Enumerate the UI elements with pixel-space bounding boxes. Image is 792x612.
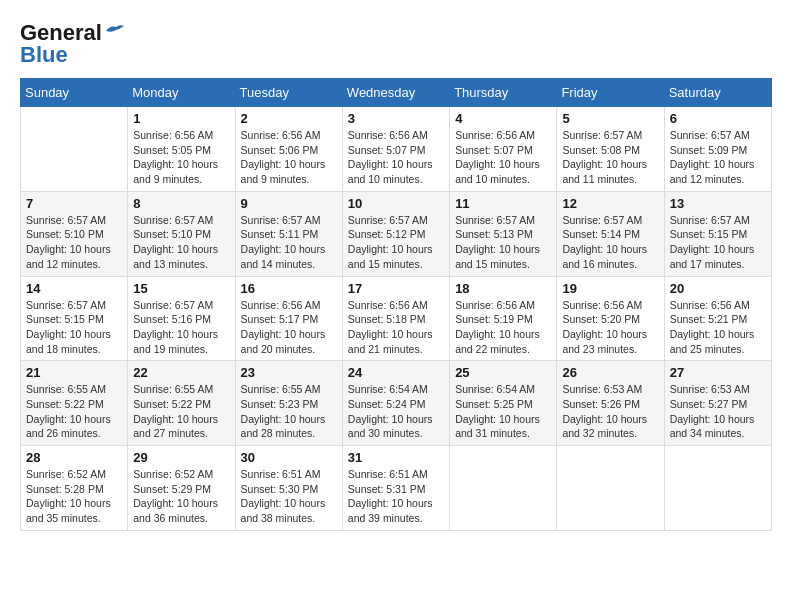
day-number: 16 [241, 281, 337, 296]
calendar-cell: 11Sunrise: 6:57 AM Sunset: 5:13 PM Dayli… [450, 191, 557, 276]
day-number: 19 [562, 281, 658, 296]
day-info: Sunrise: 6:56 AM Sunset: 5:19 PM Dayligh… [455, 298, 551, 357]
day-number: 4 [455, 111, 551, 126]
calendar-cell: 18Sunrise: 6:56 AM Sunset: 5:19 PM Dayli… [450, 276, 557, 361]
weekday-header-row: SundayMondayTuesdayWednesdayThursdayFrid… [21, 79, 772, 107]
day-number: 7 [26, 196, 122, 211]
calendar-cell: 24Sunrise: 6:54 AM Sunset: 5:24 PM Dayli… [342, 361, 449, 446]
day-number: 18 [455, 281, 551, 296]
day-info: Sunrise: 6:52 AM Sunset: 5:29 PM Dayligh… [133, 467, 229, 526]
day-number: 17 [348, 281, 444, 296]
day-info: Sunrise: 6:53 AM Sunset: 5:27 PM Dayligh… [670, 382, 766, 441]
calendar-cell [557, 446, 664, 531]
day-number: 10 [348, 196, 444, 211]
weekday-header-thursday: Thursday [450, 79, 557, 107]
day-number: 6 [670, 111, 766, 126]
calendar-cell: 26Sunrise: 6:53 AM Sunset: 5:26 PM Dayli… [557, 361, 664, 446]
day-info: Sunrise: 6:52 AM Sunset: 5:28 PM Dayligh… [26, 467, 122, 526]
day-number: 1 [133, 111, 229, 126]
calendar-cell: 15Sunrise: 6:57 AM Sunset: 5:16 PM Dayli… [128, 276, 235, 361]
calendar-cell: 2Sunrise: 6:56 AM Sunset: 5:06 PM Daylig… [235, 107, 342, 192]
calendar-week-row: 21Sunrise: 6:55 AM Sunset: 5:22 PM Dayli… [21, 361, 772, 446]
calendar-cell: 10Sunrise: 6:57 AM Sunset: 5:12 PM Dayli… [342, 191, 449, 276]
day-number: 22 [133, 365, 229, 380]
calendar-cell: 6Sunrise: 6:57 AM Sunset: 5:09 PM Daylig… [664, 107, 771, 192]
calendar-cell: 31Sunrise: 6:51 AM Sunset: 5:31 PM Dayli… [342, 446, 449, 531]
day-info: Sunrise: 6:57 AM Sunset: 5:16 PM Dayligh… [133, 298, 229, 357]
calendar-cell: 16Sunrise: 6:56 AM Sunset: 5:17 PM Dayli… [235, 276, 342, 361]
day-info: Sunrise: 6:53 AM Sunset: 5:26 PM Dayligh… [562, 382, 658, 441]
calendar-cell: 25Sunrise: 6:54 AM Sunset: 5:25 PM Dayli… [450, 361, 557, 446]
weekday-header-friday: Friday [557, 79, 664, 107]
calendar-cell: 29Sunrise: 6:52 AM Sunset: 5:29 PM Dayli… [128, 446, 235, 531]
day-info: Sunrise: 6:57 AM Sunset: 5:12 PM Dayligh… [348, 213, 444, 272]
weekday-header-monday: Monday [128, 79, 235, 107]
day-number: 24 [348, 365, 444, 380]
day-number: 27 [670, 365, 766, 380]
day-number: 9 [241, 196, 337, 211]
calendar-cell: 1Sunrise: 6:56 AM Sunset: 5:05 PM Daylig… [128, 107, 235, 192]
day-info: Sunrise: 6:57 AM Sunset: 5:09 PM Dayligh… [670, 128, 766, 187]
calendar-cell [664, 446, 771, 531]
day-info: Sunrise: 6:56 AM Sunset: 5:07 PM Dayligh… [348, 128, 444, 187]
day-info: Sunrise: 6:57 AM Sunset: 5:11 PM Dayligh… [241, 213, 337, 272]
day-info: Sunrise: 6:54 AM Sunset: 5:24 PM Dayligh… [348, 382, 444, 441]
day-number: 31 [348, 450, 444, 465]
weekday-header-sunday: Sunday [21, 79, 128, 107]
day-info: Sunrise: 6:51 AM Sunset: 5:31 PM Dayligh… [348, 467, 444, 526]
day-number: 8 [133, 196, 229, 211]
calendar-cell: 9Sunrise: 6:57 AM Sunset: 5:11 PM Daylig… [235, 191, 342, 276]
day-info: Sunrise: 6:56 AM Sunset: 5:18 PM Dayligh… [348, 298, 444, 357]
calendar-cell: 8Sunrise: 6:57 AM Sunset: 5:10 PM Daylig… [128, 191, 235, 276]
calendar-cell: 20Sunrise: 6:56 AM Sunset: 5:21 PM Dayli… [664, 276, 771, 361]
day-info: Sunrise: 6:56 AM Sunset: 5:07 PM Dayligh… [455, 128, 551, 187]
day-number: 21 [26, 365, 122, 380]
day-info: Sunrise: 6:56 AM Sunset: 5:20 PM Dayligh… [562, 298, 658, 357]
day-number: 5 [562, 111, 658, 126]
logo-bird-icon [104, 23, 126, 39]
calendar-cell: 7Sunrise: 6:57 AM Sunset: 5:10 PM Daylig… [21, 191, 128, 276]
day-info: Sunrise: 6:57 AM Sunset: 5:15 PM Dayligh… [26, 298, 122, 357]
day-number: 12 [562, 196, 658, 211]
calendar-week-row: 14Sunrise: 6:57 AM Sunset: 5:15 PM Dayli… [21, 276, 772, 361]
day-number: 25 [455, 365, 551, 380]
weekday-header-wednesday: Wednesday [342, 79, 449, 107]
day-number: 20 [670, 281, 766, 296]
calendar-cell: 21Sunrise: 6:55 AM Sunset: 5:22 PM Dayli… [21, 361, 128, 446]
calendar-cell: 23Sunrise: 6:55 AM Sunset: 5:23 PM Dayli… [235, 361, 342, 446]
logo-blue-text: Blue [20, 42, 68, 68]
calendar-cell: 13Sunrise: 6:57 AM Sunset: 5:15 PM Dayli… [664, 191, 771, 276]
calendar-week-row: 7Sunrise: 6:57 AM Sunset: 5:10 PM Daylig… [21, 191, 772, 276]
day-number: 11 [455, 196, 551, 211]
day-info: Sunrise: 6:56 AM Sunset: 5:17 PM Dayligh… [241, 298, 337, 357]
day-info: Sunrise: 6:57 AM Sunset: 5:13 PM Dayligh… [455, 213, 551, 272]
calendar-cell: 4Sunrise: 6:56 AM Sunset: 5:07 PM Daylig… [450, 107, 557, 192]
day-number: 30 [241, 450, 337, 465]
calendar-cell [21, 107, 128, 192]
calendar-week-row: 28Sunrise: 6:52 AM Sunset: 5:28 PM Dayli… [21, 446, 772, 531]
day-number: 3 [348, 111, 444, 126]
day-info: Sunrise: 6:51 AM Sunset: 5:30 PM Dayligh… [241, 467, 337, 526]
day-number: 2 [241, 111, 337, 126]
calendar-cell [450, 446, 557, 531]
day-info: Sunrise: 6:55 AM Sunset: 5:22 PM Dayligh… [26, 382, 122, 441]
day-info: Sunrise: 6:56 AM Sunset: 5:21 PM Dayligh… [670, 298, 766, 357]
calendar-cell: 12Sunrise: 6:57 AM Sunset: 5:14 PM Dayli… [557, 191, 664, 276]
day-info: Sunrise: 6:57 AM Sunset: 5:10 PM Dayligh… [133, 213, 229, 272]
calendar-cell: 5Sunrise: 6:57 AM Sunset: 5:08 PM Daylig… [557, 107, 664, 192]
calendar-cell: 14Sunrise: 6:57 AM Sunset: 5:15 PM Dayli… [21, 276, 128, 361]
day-number: 14 [26, 281, 122, 296]
day-info: Sunrise: 6:54 AM Sunset: 5:25 PM Dayligh… [455, 382, 551, 441]
day-info: Sunrise: 6:57 AM Sunset: 5:15 PM Dayligh… [670, 213, 766, 272]
day-number: 15 [133, 281, 229, 296]
day-info: Sunrise: 6:56 AM Sunset: 5:06 PM Dayligh… [241, 128, 337, 187]
day-number: 23 [241, 365, 337, 380]
weekday-header-saturday: Saturday [664, 79, 771, 107]
page-header: General Blue [20, 20, 772, 68]
day-number: 28 [26, 450, 122, 465]
day-info: Sunrise: 6:55 AM Sunset: 5:22 PM Dayligh… [133, 382, 229, 441]
calendar-cell: 30Sunrise: 6:51 AM Sunset: 5:30 PM Dayli… [235, 446, 342, 531]
day-info: Sunrise: 6:56 AM Sunset: 5:05 PM Dayligh… [133, 128, 229, 187]
calendar-cell: 17Sunrise: 6:56 AM Sunset: 5:18 PM Dayli… [342, 276, 449, 361]
day-number: 13 [670, 196, 766, 211]
